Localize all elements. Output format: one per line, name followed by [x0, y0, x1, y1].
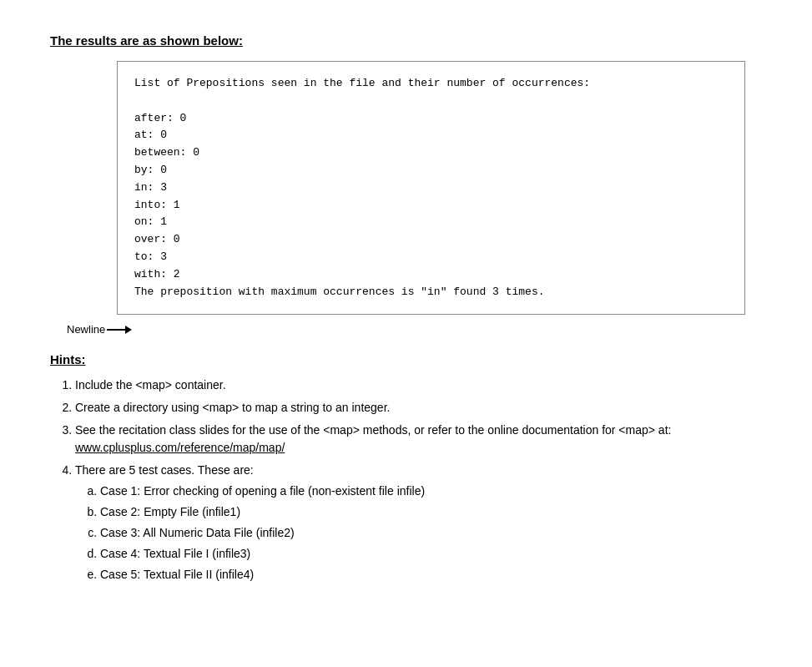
test-case-c-text: Case 3: All Numeric Data File (infile2) [100, 526, 295, 539]
entry-after: after: 0 [134, 110, 728, 128]
hints-list: Include the <map> container. Create a di… [75, 376, 762, 584]
summary-line: The preposition with maximum occurrences… [134, 284, 728, 301]
hints-heading: Hints: [50, 352, 762, 366]
test-case-e-text: Case 5: Textual File II (infile4) [100, 568, 254, 581]
test-case-c: Case 3: All Numeric Data File (infile2) [100, 524, 762, 542]
hint-item-4: There are 5 test cases. These are: Case … [75, 462, 762, 584]
hint-1-text: Include the <map> container. [75, 378, 226, 392]
hint-item-3: See the recitation class slides for the … [75, 422, 762, 457]
test-case-e: Case 5: Textual File II (infile4) [100, 566, 762, 584]
entry-with: with: 2 [134, 266, 728, 284]
hint-2-text: Create a directory using <map> to map a … [75, 401, 390, 414]
entry-in: in: 3 [134, 179, 728, 197]
test-case-d: Case 4: Textual File I (infile3) [100, 545, 762, 563]
entry-over: over: 0 [134, 231, 728, 249]
test-case-b-text: Case 2: Empty File (infile1) [100, 505, 240, 518]
results-section: The results are as shown below: List of … [50, 33, 762, 336]
code-output-box: List of Prepositions seen in the file an… [117, 61, 745, 315]
test-case-d-text: Case 4: Textual File I (infile3) [100, 547, 250, 560]
results-heading: The results are as shown below: [50, 33, 762, 48]
arrow-icon [107, 325, 132, 335]
code-header-line: List of Prepositions seen in the file an… [134, 75, 728, 93]
cplusplus-link[interactable]: www.cplusplus.com/reference/map/map/ [75, 441, 285, 454]
test-case-a-text: Case 1: Error checking of opening a file… [100, 484, 425, 498]
newline-indicator: Newline [50, 323, 762, 336]
hint-item-2: Create a directory using <map> to map a … [75, 399, 762, 417]
test-cases-list: Case 1: Error checking of opening a file… [100, 483, 762, 584]
hint-item-1: Include the <map> container. [75, 376, 762, 394]
newline-label-text: Newline [67, 323, 135, 336]
test-case-b: Case 2: Empty File (infile1) [100, 503, 762, 521]
test-case-a: Case 1: Error checking of opening a file… [100, 483, 762, 500]
entry-by: by: 0 [134, 162, 728, 179]
entry-at: at: 0 [134, 127, 728, 144]
entry-on: on: 1 [134, 214, 728, 231]
hint-3-text: See the recitation class slides for the … [75, 423, 671, 454]
entry-to: to: 3 [134, 249, 728, 266]
entry-into: into: 1 [134, 197, 728, 215]
newline-label: Newline [67, 323, 105, 336]
entry-between: between: 0 [134, 144, 728, 162]
hints-section: Hints: Include the <map> container. Crea… [50, 352, 762, 584]
hint-4-text: There are 5 test cases. These are: [75, 463, 254, 477]
